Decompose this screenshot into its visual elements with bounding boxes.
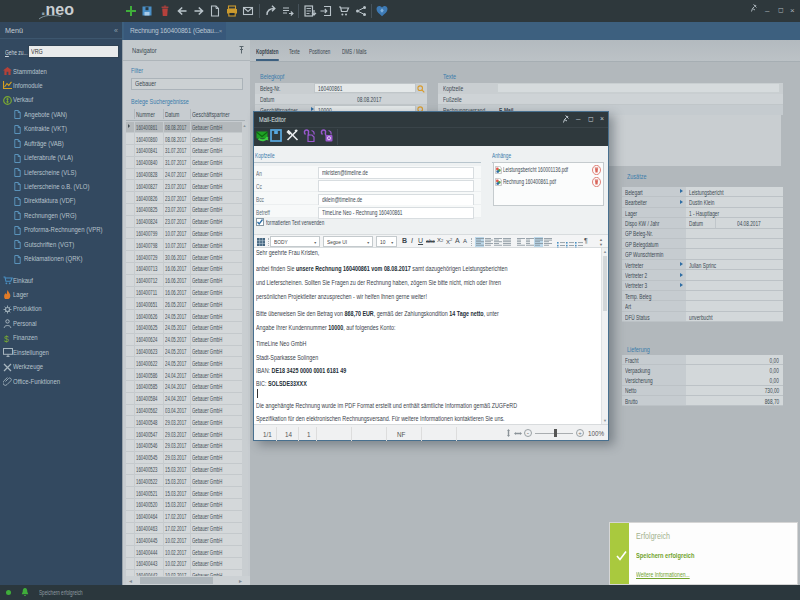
svg-text:$: $ — [4, 334, 9, 343]
